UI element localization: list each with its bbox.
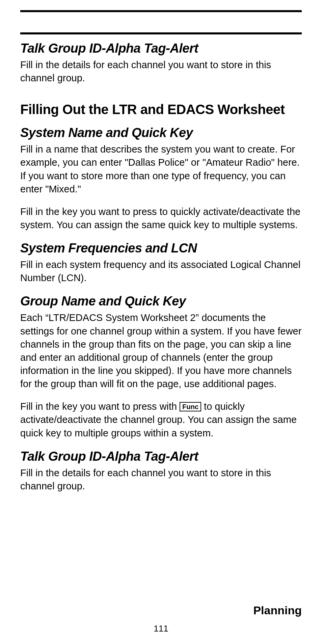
footer: Planning (20, 604, 302, 617)
para-sec3-p1: Fill in each system frequency and its as… (20, 258, 302, 285)
footer-section-title: Planning (20, 604, 302, 617)
para-sec4-p2: Fill in the key you want to press with F… (20, 400, 302, 439)
para-sec4-p2a: Fill in the key you want to press with (20, 401, 180, 412)
para-sec2-p2: Fill in the key you want to press to qui… (20, 205, 302, 232)
heading-talk-group-1: Talk Group ID-Alpha Tag-Alert (20, 41, 302, 56)
heading-system-freq: System Frequencies and LCN (20, 241, 302, 256)
heading-rule (20, 32, 302, 34)
page-number: 111 (0, 623, 322, 634)
para-sec1-p1: Fill in the details for each channel you… (20, 58, 302, 85)
top-rule (20, 10, 302, 12)
heading-system-name: System Name and Quick Key (20, 126, 302, 140)
page: Talk Group ID-Alpha Tag-Alert Fill in th… (0, 0, 322, 644)
para-sec4-p1: Each “LTR/EDACS System Worksheet 2” docu… (20, 311, 302, 391)
func-key-icon: Func (180, 402, 201, 411)
para-sec5-p1: Fill in the details for each channel you… (20, 466, 302, 493)
para-sec2-p1: Fill in a name that describes the system… (20, 143, 302, 196)
heading-talk-group-2: Talk Group ID-Alpha Tag-Alert (20, 449, 302, 464)
heading-group-name: Group Name and Quick Key (20, 294, 302, 308)
heading-main: Filling Out the LTR and EDACS Worksheet (20, 102, 302, 117)
